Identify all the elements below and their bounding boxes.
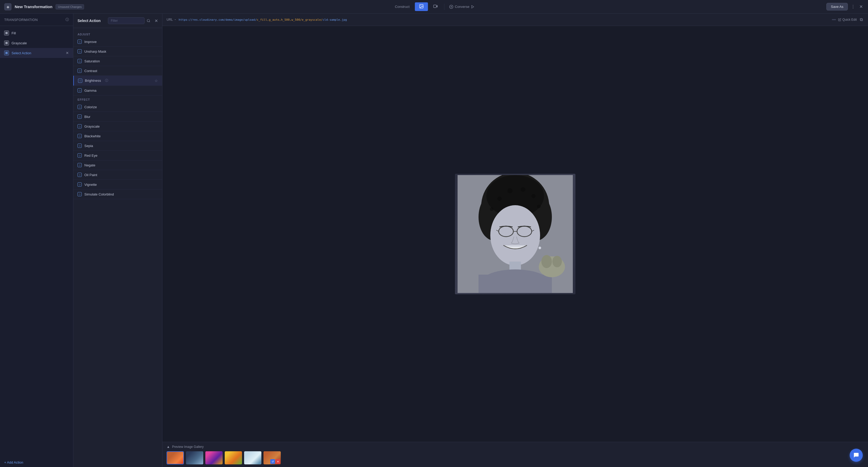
action-negate[interactable]: ◻ Negate xyxy=(73,160,162,170)
action-colorize[interactable]: ◻ Colorize xyxy=(73,102,162,112)
url-bar: URL https://res.cloudinary.com/demo/imag… xyxy=(162,13,868,26)
negate-icon: ◻ xyxy=(78,163,82,167)
header-actions: Save As ⋮ ✕ xyxy=(826,3,864,10)
thumb-2[interactable] xyxy=(186,451,203,464)
thumb-bg-4 xyxy=(225,451,242,464)
action-grayscale-effect[interactable]: ◻ Grayscale xyxy=(73,122,162,131)
thumb-1[interactable] xyxy=(166,451,184,464)
tab-construct[interactable]: Construct xyxy=(391,3,414,10)
quick-edit-label: Quick Edit xyxy=(842,18,857,22)
sepia-icon: ◻ xyxy=(78,144,82,148)
thumb-5[interactable] xyxy=(244,451,261,464)
action-blackwhite[interactable]: ◻ Blackwhite xyxy=(73,131,162,141)
url-display: https://res.cloudinary.com/demo/image/up… xyxy=(179,18,830,22)
filter-input[interactable] xyxy=(108,17,145,24)
thumb-bg-3 xyxy=(205,451,223,464)
transformation-items: Fill Grayscale Select Action ✕ xyxy=(0,26,73,458)
transformation-panel-title: Transformation xyxy=(4,18,38,22)
action-blur[interactable]: ◻ Blur xyxy=(73,112,162,122)
url-transform: c_fill,g_auto,h_500,w_500/e_grayscale/ xyxy=(257,18,323,22)
svg-point-31 xyxy=(490,207,493,211)
gallery-collapse-icon: ▲ xyxy=(166,445,170,449)
unsaved-changes-badge: Unsaved Changes xyxy=(56,4,84,9)
action-vignette[interactable]: ◻ Vignette xyxy=(73,180,162,189)
action-brightness[interactable]: ◻ Brightness ⓘ ☆ xyxy=(73,76,162,86)
action-unsharp-mask[interactable]: ◻ Unsharp Mask xyxy=(73,47,162,56)
search-icon xyxy=(147,19,150,23)
thumb-bg-1 xyxy=(167,452,183,464)
action-item-grayscale[interactable]: Grayscale xyxy=(0,38,73,48)
thumb-bg-5 xyxy=(244,451,261,464)
more-options-button[interactable]: ⋮ xyxy=(850,3,856,10)
filter-row: ✕ xyxy=(108,17,158,24)
tab-image[interactable] xyxy=(415,2,428,11)
select-action-icon xyxy=(4,51,9,55)
contrast-label: Contrast xyxy=(84,69,97,73)
gamma-label: Gamma xyxy=(84,89,96,92)
oil-paint-label: Oil Paint xyxy=(84,173,97,177)
url-indicator xyxy=(832,19,836,20)
close-middle-panel[interactable]: ✕ xyxy=(155,18,158,23)
blackwhite-icon: ◻ xyxy=(78,134,82,138)
gallery-thumbnails: ↺ ✕ xyxy=(166,451,864,464)
vignette-icon: ◻ xyxy=(78,182,82,186)
action-simulate-colorblind[interactable]: ◻ Simulate Colorblind xyxy=(73,189,162,199)
negate-label: Negate xyxy=(84,163,95,167)
preview-image-svg xyxy=(458,175,573,293)
action-improve[interactable]: ◻ Improve xyxy=(73,37,162,47)
action-gamma[interactable]: ◻ Gamma xyxy=(73,86,162,95)
unsharp-mask-icon: ◻ xyxy=(78,49,82,54)
quick-edit-button[interactable]: Quick Edit xyxy=(838,18,857,22)
close-button[interactable]: ✕ xyxy=(858,3,864,10)
action-oil-paint[interactable]: ◻ Oil Paint xyxy=(73,170,162,180)
grayscale-effect-label: Grayscale xyxy=(84,124,100,128)
thumb-bg-2 xyxy=(186,451,203,464)
gamma-icon: ◻ xyxy=(78,88,82,92)
url-base: https://res.cloudinary.com/demo/image/up… xyxy=(179,18,257,22)
blur-icon: ◻ xyxy=(78,115,82,119)
image-preview xyxy=(162,26,868,442)
sepia-label: Sepia xyxy=(84,144,93,148)
gallery-header[interactable]: ▲ Preview Image Gallery xyxy=(166,445,864,449)
tab-video[interactable] xyxy=(429,2,442,11)
app-logo: ◈ xyxy=(4,3,11,10)
thumb-4[interactable] xyxy=(225,451,242,464)
fill-icon xyxy=(4,31,9,35)
action-red-eye[interactable]: ◻ Red Eye xyxy=(73,151,162,160)
blur-label: Blur xyxy=(84,115,90,119)
svg-point-35 xyxy=(538,246,541,249)
svg-point-11 xyxy=(147,20,150,22)
chat-bubble[interactable] xyxy=(850,449,863,462)
close-select-action[interactable]: ✕ xyxy=(66,51,69,55)
colorize-icon: ◻ xyxy=(78,105,82,109)
brightness-star-icon[interactable]: ☆ xyxy=(155,79,158,83)
thumb-remove-button[interactable]: ✕ xyxy=(276,459,280,464)
thumb-refresh-button[interactable]: ↺ xyxy=(270,459,275,464)
transformation-panel-header: Transformation ⓘ xyxy=(0,13,73,26)
add-action-button[interactable]: + Add Action xyxy=(0,458,73,467)
action-item-select-action[interactable]: Select Action ✕ xyxy=(0,48,73,58)
red-eye-icon: ◻ xyxy=(78,153,82,157)
svg-rect-10 xyxy=(6,52,7,54)
action-saturation[interactable]: ◻ Saturation xyxy=(73,56,162,66)
blackwhite-label: Blackwhite xyxy=(84,134,100,138)
saturation-icon: ◻ xyxy=(78,59,82,63)
add-action-label: + Add Action xyxy=(4,461,23,464)
brightness-info-icon[interactable]: ⓘ xyxy=(105,78,108,83)
action-contrast[interactable]: ◻ Contrast xyxy=(73,66,162,76)
converse-tab[interactable]: Converse xyxy=(446,3,477,10)
unsharp-mask-label: Unsharp Mask xyxy=(84,50,106,54)
grayscale-effect-icon: ◻ xyxy=(78,124,82,128)
improve-label: Improve xyxy=(84,40,97,44)
svg-point-26 xyxy=(497,197,502,201)
action-item-fill[interactable]: Fill xyxy=(0,28,73,38)
action-sepia[interactable]: ◻ Sepia xyxy=(73,141,162,151)
thumb-3[interactable] xyxy=(205,451,223,464)
copy-url-button[interactable]: ⧉ xyxy=(859,16,864,23)
thumb-controls: ↺ ✕ xyxy=(270,459,280,464)
preview-area: URL https://res.cloudinary.com/demo/imag… xyxy=(162,13,868,467)
thumb-6[interactable]: ↺ ✕ xyxy=(264,451,281,464)
transformation-info-icon[interactable]: ⓘ xyxy=(65,17,69,22)
vignette-label: Vignette xyxy=(84,183,97,186)
save-as-button[interactable]: Save As xyxy=(826,3,848,10)
